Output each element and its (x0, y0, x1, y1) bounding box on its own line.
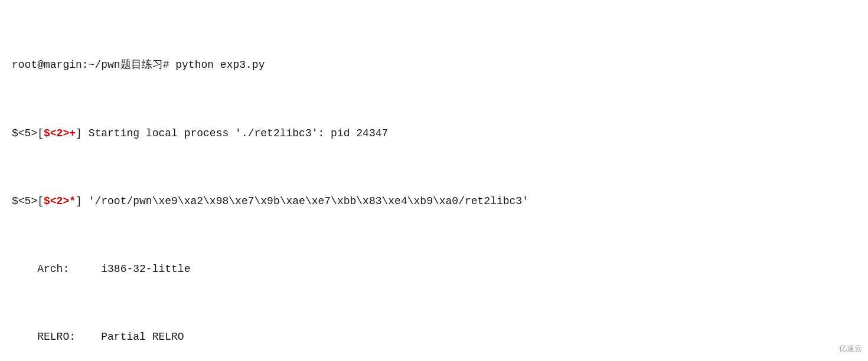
terminal-line-3: $<5>[$<2>*] '/root/pwn\xe9\xa2\x98\xe7\x… (12, 193, 856, 210)
terminal-line-5: RELRO: Partial RELRO (12, 329, 856, 346)
terminal-line-4: Arch: i386-32-little (12, 261, 856, 278)
prefix-bold-3: $<2>* (44, 195, 76, 207)
prefix-bold-2: $<2>+ (44, 127, 76, 139)
terminal-line-2: $<5>[$<2>+] Starting local process './re… (12, 125, 856, 142)
terminal-output: root@margin:~/pwn题目练习# python exp3.py $<… (12, 6, 856, 361)
watermark: 亿速云 (839, 343, 862, 355)
terminal-line-1: root@margin:~/pwn题目练习# python exp3.py (12, 57, 856, 74)
